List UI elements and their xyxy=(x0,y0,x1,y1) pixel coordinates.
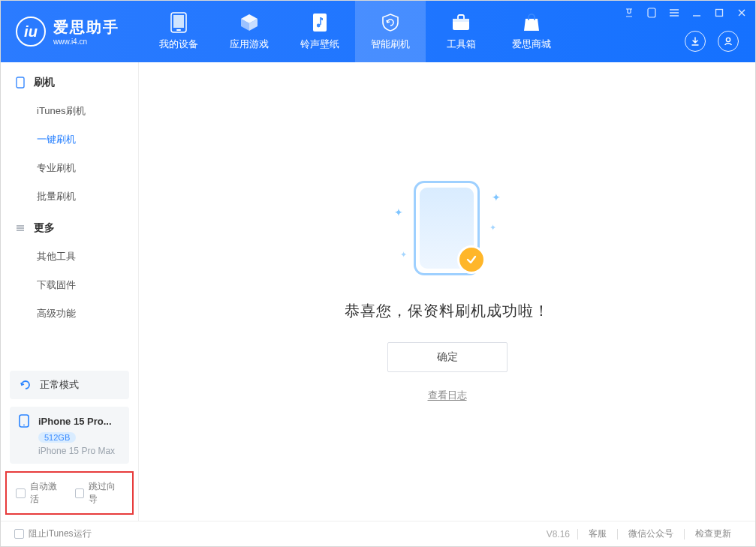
svg-point-4 xyxy=(317,24,321,28)
sidebar-item-pro-flash[interactable]: 专业刷机 xyxy=(1,154,138,182)
sidebar-item-oneclick-flash[interactable]: 一键刷机 xyxy=(1,125,138,154)
checkbox-label: 阻止iTunes运行 xyxy=(29,527,92,540)
sidebar-item-advanced[interactable]: 高级功能 xyxy=(1,299,138,328)
main-content: ✦ ✦ ✦ ✦ 恭喜您，保资料刷机成功啦！ 确定 查看日志 xyxy=(139,62,755,521)
tab-store[interactable]: 爱思商城 xyxy=(496,1,567,62)
tab-apps-games[interactable]: 应用游戏 xyxy=(214,1,285,62)
body: 刷机 iTunes刷机 一键刷机 专业刷机 批量刷机 更多 其他工具 下载固件 … xyxy=(1,62,755,521)
account-button[interactable] xyxy=(718,31,739,52)
checkbox-block-itunes[interactable]: 阻止iTunes运行 xyxy=(14,527,92,540)
svg-rect-1 xyxy=(173,15,184,28)
view-log-link[interactable]: 查看日志 xyxy=(428,389,467,402)
footer: 阻止iTunes运行 V8.16 客服 微信公众号 检查更新 xyxy=(1,521,755,546)
tab-ringtones-wallpapers[interactable]: 铃声壁纸 xyxy=(285,1,355,62)
feedback-icon[interactable] xyxy=(623,7,635,19)
app-window: iu 爱思助手 www.i4.cn 我的设备 应用游戏 xyxy=(0,0,756,547)
sidebar-group-title: 更多 xyxy=(34,221,55,235)
svg-rect-7 xyxy=(648,8,655,17)
sidebar-item-other-tools[interactable]: 其他工具 xyxy=(1,242,138,271)
sidebar-group-head: 刷机 xyxy=(1,68,138,97)
activation-options-row: 自动激活 跳过向导 xyxy=(5,471,134,515)
brand-title: 爱思助手 xyxy=(53,17,119,38)
shopping-bag-icon xyxy=(521,12,542,33)
version-label: V8.16 xyxy=(547,529,570,539)
footer-link-wechat[interactable]: 微信公众号 xyxy=(618,527,684,540)
tab-label: 应用游戏 xyxy=(230,38,269,51)
svg-rect-8 xyxy=(716,10,723,17)
success-message: 恭喜您，保资料刷机成功啦！ xyxy=(345,301,550,321)
svg-rect-10 xyxy=(17,77,24,88)
menu-icon[interactable] xyxy=(668,7,680,19)
device-name: iPhone 15 Pro... xyxy=(38,416,112,427)
maximize-icon[interactable] xyxy=(713,7,725,19)
nav-tabs: 我的设备 应用游戏 铃声壁纸 智能刷机 xyxy=(143,1,567,62)
mode-label: 正常模式 xyxy=(40,378,79,392)
device-model: iPhone 15 Pro Max xyxy=(38,446,120,456)
svg-rect-3 xyxy=(313,14,327,32)
footer-link-support[interactable]: 客服 xyxy=(578,527,617,540)
sidebar-item-batch-flash[interactable]: 批量刷机 xyxy=(1,182,138,211)
svg-rect-2 xyxy=(176,29,181,31)
ok-button[interactable]: 确定 xyxy=(387,342,508,372)
svg-point-9 xyxy=(726,38,730,41)
tab-label: 工具箱 xyxy=(447,38,476,51)
close-icon[interactable] xyxy=(736,7,748,19)
checkbox-label: 跳过向导 xyxy=(89,480,123,506)
phone-small-icon xyxy=(14,77,26,89)
brand-text: 爱思助手 www.i4.cn xyxy=(53,17,119,46)
window-controls xyxy=(623,7,748,19)
header: iu 爱思助手 www.i4.cn 我的设备 应用游戏 xyxy=(1,1,755,62)
device-box[interactable]: iPhone 15 Pro... 512GB iPhone 15 Pro Max xyxy=(10,407,129,464)
phone-link-icon[interactable] xyxy=(646,7,658,19)
brand-logo-icon: iu xyxy=(16,17,46,47)
footer-links: 客服 微信公众号 检查更新 xyxy=(577,527,742,540)
success-illustration: ✦ ✦ ✦ ✦ xyxy=(384,181,511,278)
header-actions xyxy=(685,31,739,52)
tab-my-device[interactable]: 我的设备 xyxy=(143,1,214,62)
tab-label: 爱思商城 xyxy=(512,38,551,51)
footer-link-check-update[interactable]: 检查更新 xyxy=(685,527,742,540)
sidebar-group-title: 刷机 xyxy=(34,76,55,89)
tab-label: 铃声壁纸 xyxy=(300,38,339,51)
checkbox-auto-activate[interactable]: 自动激活 xyxy=(16,480,65,506)
download-button[interactable] xyxy=(685,31,706,52)
checkbox-box-icon xyxy=(16,488,26,498)
checkbox-box-icon xyxy=(14,529,24,539)
phone-outline-icon xyxy=(19,414,32,428)
shield-refresh-icon xyxy=(380,12,401,33)
tab-smart-flash[interactable]: 智能刷机 xyxy=(355,1,426,62)
cube-icon xyxy=(239,12,260,33)
svg-rect-6 xyxy=(453,19,469,22)
sparkle-icon: ✦ xyxy=(394,206,403,218)
sidebar-group-flash: 刷机 iTunes刷机 一键刷机 专业刷机 批量刷机 xyxy=(1,68,138,214)
refresh-icon xyxy=(19,378,32,392)
checkbox-label: 自动激活 xyxy=(30,480,65,506)
sidebar-group-head: 更多 xyxy=(1,214,138,242)
tab-label: 智能刷机 xyxy=(371,38,410,51)
svg-point-12 xyxy=(23,424,25,425)
music-note-icon xyxy=(309,12,330,33)
tab-toolbox[interactable]: 工具箱 xyxy=(426,1,496,62)
sparkle-icon: ✦ xyxy=(489,223,496,233)
toolbox-icon xyxy=(450,12,471,33)
tab-label: 我的设备 xyxy=(159,38,198,51)
checkmark-badge-icon xyxy=(457,245,486,274)
sparkle-icon: ✦ xyxy=(400,250,407,260)
minimize-icon[interactable] xyxy=(691,7,703,19)
storage-tag: 512GB xyxy=(38,432,76,443)
sidebar-item-download-firmware[interactable]: 下载固件 xyxy=(1,271,138,299)
sidebar-item-itunes-flash[interactable]: iTunes刷机 xyxy=(1,97,138,125)
mode-box[interactable]: 正常模式 xyxy=(10,371,129,399)
checkbox-box-icon xyxy=(75,488,85,498)
brand: iu 爱思助手 www.i4.cn xyxy=(1,1,143,62)
checkbox-skip-guide[interactable]: 跳过向导 xyxy=(75,480,124,506)
more-icon xyxy=(14,222,26,234)
sidebar: 刷机 iTunes刷机 一键刷机 专业刷机 批量刷机 更多 其他工具 下载固件 … xyxy=(1,62,139,521)
brand-subtitle: www.i4.cn xyxy=(53,38,119,46)
sidebar-group-more: 更多 其他工具 下载固件 高级功能 xyxy=(1,214,138,331)
device-icon xyxy=(168,12,189,33)
sparkle-icon: ✦ xyxy=(492,191,501,203)
